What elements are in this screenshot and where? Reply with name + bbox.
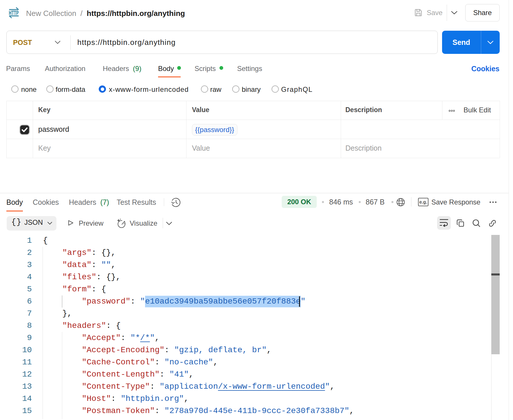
svg-text:HTTP: HTTP: [9, 9, 19, 17]
